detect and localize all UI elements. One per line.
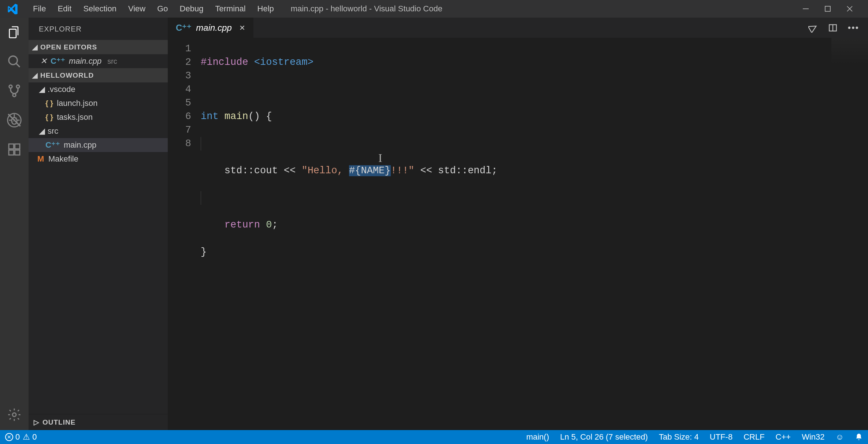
activity-bar [0, 18, 29, 430]
vscode-logo-icon [4, 3, 21, 14]
workspace-header[interactable]: ◢ HELLOWORLD [29, 68, 168, 82]
extensions-icon[interactable] [6, 141, 22, 158]
file-name: tasks.json [57, 112, 93, 122]
cpp-file-icon: C⁺⁺ [176, 23, 192, 33]
status-warnings[interactable]: ⚠ 0 [23, 432, 37, 442]
line-number-gutter: 1 2 3 4 5 6 7 8 [168, 38, 201, 430]
minimap[interactable] [831, 38, 868, 82]
svg-point-20 [12, 413, 16, 417]
code-content[interactable]: #include <iostream> int main() { std::co… [201, 38, 868, 430]
line-number: 5 [168, 96, 191, 110]
line-number: 6 [168, 110, 191, 123]
cpp-file-icon: C⁺⁺ [51, 56, 65, 66]
status-errors[interactable]: ✕ 0 [5, 432, 20, 442]
menu-help[interactable]: Help [252, 2, 280, 16]
run-build-icon[interactable] [808, 23, 818, 33]
feedback-smiley-icon[interactable]: ☺ [836, 432, 844, 442]
close-icon[interactable]: ✕ [239, 23, 245, 32]
svg-point-4 [9, 56, 17, 64]
menu-terminal[interactable]: Terminal [209, 2, 251, 16]
chevron-down-icon: ◢ [39, 126, 44, 136]
menu-view[interactable]: View [122, 2, 151, 16]
file-tasks-json[interactable]: { } tasks.json [29, 110, 168, 124]
search-icon[interactable] [6, 53, 22, 70]
status-language[interactable]: C++ [776, 432, 791, 442]
line-number: 8 [168, 137, 191, 151]
cpp-file-icon: C⁺⁺ [45, 140, 60, 150]
workspace-label: HELLOWORLD [40, 71, 94, 79]
editor-actions: ••• [808, 18, 868, 38]
window-title: main.cpp - helloworld - Visual Studio Co… [280, 4, 802, 14]
minimize-button[interactable] [802, 5, 813, 12]
open-editors-label: OPEN EDITORS [40, 43, 97, 51]
svg-rect-18 [15, 150, 20, 155]
tab-bar: C⁺⁺ main.cpp ✕ ••• [168, 18, 868, 38]
selected-text: #{NAME} [349, 165, 390, 176]
status-encoding[interactable]: UTF-8 [710, 432, 732, 442]
explorer-sidebar: EXPLORER ◢ OPEN EDITORS ✕ C⁺⁺ main.cpp s… [29, 18, 168, 430]
split-editor-icon[interactable] [828, 23, 838, 33]
settings-gear-icon[interactable] [6, 407, 22, 423]
warning-icon: ⚠ [23, 432, 30, 442]
status-target[interactable]: Win32 [802, 432, 824, 442]
makefile-icon: M [37, 154, 45, 164]
menu-file[interactable]: File [27, 2, 52, 16]
folder-vscode[interactable]: ◢ .vscode [29, 82, 168, 96]
source-control-icon[interactable] [6, 83, 22, 99]
maximize-button[interactable] [824, 5, 835, 12]
file-main-cpp[interactable]: C⁺⁺ main.cpp [29, 138, 168, 152]
editor-tab-main-cpp[interactable]: C⁺⁺ main.cpp ✕ [168, 18, 253, 38]
close-button[interactable] [846, 5, 857, 12]
svg-point-6 [9, 85, 12, 88]
menu-edit[interactable]: Edit [52, 2, 77, 16]
svg-rect-1 [825, 6, 830, 11]
file-name: launch.json [57, 99, 97, 108]
svg-point-7 [16, 85, 19, 88]
outline-header[interactable]: ▷ OUTLINE [29, 414, 168, 430]
svg-rect-17 [9, 150, 14, 155]
notifications-bell-icon[interactable] [855, 433, 863, 441]
json-file-icon: { } [45, 99, 53, 108]
open-editor-filename: main.cpp [69, 56, 101, 66]
outline-label: OUTLINE [42, 418, 75, 426]
svg-line-5 [16, 63, 20, 67]
json-file-icon: { } [45, 113, 53, 122]
debug-icon[interactable] [6, 112, 22, 128]
line-number: 7 [168, 123, 191, 137]
status-cursor-position[interactable]: Ln 5, Col 26 (7 selected) [560, 432, 648, 442]
file-makefile[interactable]: M Makefile [29, 152, 168, 166]
text-cursor-icon: I [378, 151, 382, 165]
chevron-down-icon: ◢ [32, 43, 37, 51]
menu-selection[interactable]: Selection [77, 2, 122, 16]
open-editor-dir: src [107, 57, 117, 66]
chevron-down-icon: ◢ [39, 85, 44, 94]
svg-rect-19 [15, 144, 20, 149]
folder-src[interactable]: ◢ src [29, 124, 168, 138]
svg-rect-16 [9, 144, 14, 149]
status-scope[interactable]: main() [526, 432, 549, 442]
open-editor-item[interactable]: ✕ C⁺⁺ main.cpp src [29, 54, 168, 68]
title-bar: File Edit Selection View Go Debug Termin… [0, 0, 868, 18]
close-icon[interactable]: ✕ [40, 56, 47, 66]
chevron-right-icon: ▷ [34, 418, 39, 426]
line-number: 4 [168, 83, 191, 96]
tab-title: main.cpp [196, 23, 231, 33]
more-actions-icon[interactable]: ••• [848, 23, 859, 33]
line-number: 3 [168, 69, 191, 83]
editor-area: C⁺⁺ main.cpp ✕ ••• 1 2 3 4 5 6 7 8 [168, 18, 868, 430]
status-tab-size[interactable]: Tab Size: 4 [659, 432, 699, 442]
error-icon: ✕ [5, 433, 13, 441]
chevron-down-icon: ◢ [32, 71, 37, 79]
code-editor[interactable]: 1 2 3 4 5 6 7 8 #include <iostream> int … [168, 38, 868, 430]
folder-name: src [48, 126, 58, 136]
file-launch-json[interactable]: { } launch.json [29, 96, 168, 110]
line-number: 2 [168, 56, 191, 69]
open-editors-header[interactable]: ◢ OPEN EDITORS [29, 40, 168, 54]
menu-go[interactable]: Go [151, 2, 174, 16]
menu-debug[interactable]: Debug [174, 2, 209, 16]
status-eol[interactable]: CRLF [743, 432, 764, 442]
explorer-icon[interactable] [6, 24, 22, 40]
status-bar: ✕ 0 ⚠ 0 main() Ln 5, Col 26 (7 selected)… [0, 430, 868, 444]
line-number: 1 [168, 42, 191, 56]
menu-bar: File Edit Selection View Go Debug Termin… [27, 2, 280, 16]
